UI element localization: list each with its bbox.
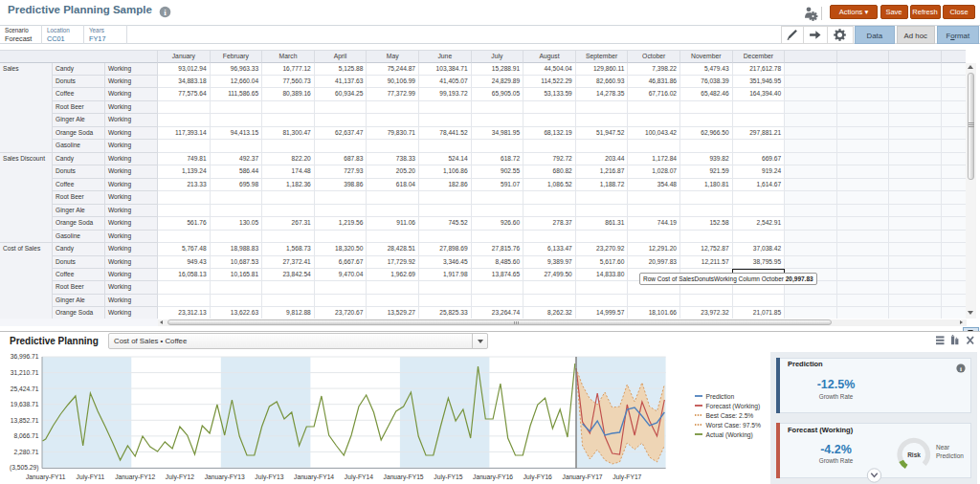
svg-text:January-FY14: January-FY14 [294, 473, 334, 481]
svg-text:31,210.71: 31,210.71 [11, 369, 39, 376]
svg-text:January-FY13: January-FY13 [205, 473, 245, 481]
svg-text:January-FY17: January-FY17 [563, 473, 603, 481]
svg-text:July-FY12: July-FY12 [166, 473, 194, 481]
svg-text:19,638.71: 19,638.71 [11, 401, 39, 407]
svg-text:July-FY15: July-FY15 [434, 473, 462, 481]
svg-text:Near: Near [936, 444, 950, 451]
svg-text:Forecast (Working): Forecast (Working) [706, 403, 761, 410]
svg-text:January-FY12: January-FY12 [115, 473, 155, 481]
svg-text:25,424.71: 25,424.71 [11, 385, 39, 392]
svg-text:July-FY14: July-FY14 [345, 473, 373, 481]
svg-text:8,066.71: 8,066.71 [13, 432, 38, 439]
svg-text:13,852.71: 13,852.71 [11, 417, 39, 424]
svg-text:July-FY13: July-FY13 [255, 473, 283, 481]
svg-text:July-FY17: July-FY17 [612, 473, 641, 481]
svg-text:(3,505.29): (3,505.29) [10, 464, 39, 472]
svg-text:July-FY16: July-FY16 [523, 473, 552, 481]
svg-text:Actual (Working): Actual (Working) [706, 431, 753, 439]
svg-text:Prediction: Prediction [706, 393, 735, 400]
svg-text:2,280.71: 2,280.71 [13, 449, 38, 455]
svg-text:Worst Case: 97.5%: Worst Case: 97.5% [706, 422, 762, 429]
svg-text:Prediction: Prediction [936, 452, 964, 459]
svg-text:July-FY11: July-FY11 [77, 473, 105, 481]
svg-text:Best Case: 2.5%: Best Case: 2.5% [706, 412, 754, 419]
svg-text:January-FY16: January-FY16 [473, 473, 513, 481]
svg-text:January-FY15: January-FY15 [384, 473, 424, 481]
svg-text:Risk: Risk [907, 451, 921, 458]
svg-text:36,996.71: 36,996.71 [11, 353, 39, 360]
svg-text:January-FY11: January-FY11 [26, 473, 66, 481]
